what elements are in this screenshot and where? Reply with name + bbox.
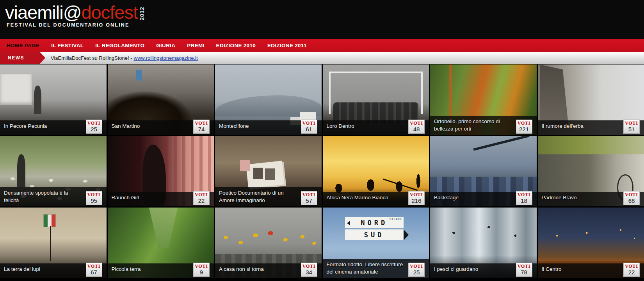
votes-badge: VOTI 68 bbox=[623, 191, 640, 205]
video-title: San Martino bbox=[112, 123, 140, 129]
votes-count: 34 bbox=[301, 269, 317, 276]
video-title: Montecilfone bbox=[219, 123, 249, 129]
news-text: ViaEmiliaDocFest su RollingStone! - bbox=[51, 55, 132, 61]
video-tile[interactable]: San Martino VOTI 74 bbox=[108, 64, 214, 135]
video-tile[interactable]: Backstage VOTI 18 bbox=[430, 136, 537, 206]
votes-badge-label: VOTI bbox=[301, 264, 317, 269]
votes-badge: VOTI 22 bbox=[193, 191, 210, 205]
video-tile[interactable]: Montecilfone VOTI 61 bbox=[215, 64, 322, 135]
page: viaemili@docfest 2012 FESTIVAL DEL DOCUM… bbox=[0, 0, 644, 281]
nav-item-il-regolamento[interactable]: IL REGOLAMENTO bbox=[89, 43, 150, 48]
votes-badge-label: VOTI bbox=[86, 264, 102, 269]
video-tile[interactable]: NORD MILANO SUD Formato ridotto. Libere … bbox=[323, 208, 429, 278]
votes-badge-label: VOTI bbox=[624, 264, 639, 269]
votes-badge: VOTI 61 bbox=[301, 120, 317, 134]
news-ribbon: NEWS bbox=[0, 52, 40, 64]
nav-item-giuria[interactable]: GIURIA bbox=[150, 43, 181, 48]
votes-badge-label: VOTI bbox=[301, 192, 317, 197]
site-header: viaemili@docfest 2012 FESTIVAL DEL DOCUM… bbox=[0, 0, 644, 39]
video-tile[interactable]: Il rumore dell'erba VOTI 51 bbox=[538, 64, 644, 135]
votes-badge: VOTI 216 bbox=[408, 191, 425, 205]
video-tile[interactable]: Ortobello. primo concorso di bellezza pe… bbox=[430, 64, 537, 135]
votes-count: 25 bbox=[86, 126, 102, 132]
votes-badge-label: VOTI bbox=[516, 192, 532, 197]
road-sign-sud: SUD bbox=[345, 229, 404, 240]
video-title: Ortobello. primo concorso di bellezza pe… bbox=[434, 118, 500, 132]
votes-badge-label: VOTI bbox=[194, 121, 209, 126]
votes-badge-label: VOTI bbox=[624, 121, 639, 126]
nav-item-edizione-2010[interactable]: EDIZIONE 2010 bbox=[210, 43, 262, 48]
votes-count: 57 bbox=[301, 197, 317, 204]
votes-count: 221 bbox=[516, 126, 532, 132]
votes-badge-label: VOTI bbox=[516, 264, 532, 269]
video-title: Il Centro bbox=[542, 266, 562, 272]
news-bar: NEWS ViaEmiliaDocFest su RollingStone! -… bbox=[0, 52, 644, 64]
video-tile[interactable]: Loro Dentro VOTI 48 bbox=[323, 64, 429, 135]
news-link[interactable]: www.rollingstonemagazine.it bbox=[134, 55, 198, 61]
votes-count: 78 bbox=[516, 269, 532, 276]
main-nav: HOME PAGE IL FESTIVAL IL REGOLAMENTO GIU… bbox=[0, 39, 644, 52]
video-title: Padrone Bravo bbox=[542, 195, 577, 200]
votes-badge-label: VOTI bbox=[194, 264, 209, 269]
nav-item-home-page[interactable]: HOME PAGE bbox=[1, 43, 45, 48]
nav-item-edizione-2011[interactable]: EDIZIONE 2011 bbox=[262, 43, 313, 48]
votes-badge: VOTI 48 bbox=[408, 120, 425, 134]
votes-badge-label: VOTI bbox=[86, 192, 102, 197]
votes-badge-label: VOTI bbox=[409, 192, 424, 197]
votes-count: 22 bbox=[624, 269, 639, 276]
video-tile[interactable]: Densamente spopolata è la felicità VOTI … bbox=[0, 136, 107, 206]
nav-item-premi[interactable]: PREMI bbox=[181, 43, 210, 48]
video-tile[interactable]: La terra dei lupi VOTI 67 bbox=[0, 208, 107, 278]
site-logo[interactable]: viaemili@docfest 2012 bbox=[5, 0, 644, 21]
votes-badge-label: VOTI bbox=[86, 121, 102, 126]
road-sign-nord: NORD MILANO bbox=[345, 217, 404, 228]
votes-badge: VOTI 67 bbox=[86, 263, 102, 277]
votes-count: 48 bbox=[409, 126, 424, 132]
votes-count: 18 bbox=[516, 197, 532, 204]
votes-badge-label: VOTI bbox=[516, 121, 532, 126]
votes-badge-label: VOTI bbox=[301, 121, 317, 126]
video-tile[interactable]: Raunch Girl VOTI 22 bbox=[108, 136, 214, 206]
votes-badge-label: VOTI bbox=[409, 121, 424, 126]
votes-count: 9 bbox=[194, 269, 209, 276]
votes-badge: VOTI 221 bbox=[516, 120, 532, 134]
video-title: Formato ridotto. Libere riscritture del … bbox=[327, 261, 403, 275]
nav-item-il-festival[interactable]: IL FESTIVAL bbox=[45, 43, 89, 48]
logo-part-viaemilia: viaemili@ bbox=[5, 2, 81, 23]
votes-count: 95 bbox=[86, 197, 102, 204]
video-title: Poetico Documentario di un Amore Immagin… bbox=[219, 190, 284, 203]
votes-badge: VOTI 25 bbox=[408, 263, 425, 277]
road-sign-milano: MILANO bbox=[390, 218, 402, 221]
video-tile[interactable]: Piccola terra VOTI 9 bbox=[108, 208, 214, 278]
votes-count: 74 bbox=[194, 126, 209, 132]
video-tile[interactable]: Il Centro VOTI 22 bbox=[538, 208, 644, 278]
video-title: Il rumore dell'erba bbox=[542, 123, 584, 129]
video-tile[interactable]: A casa non si torna VOTI 34 bbox=[215, 208, 322, 278]
video-title: Backstage bbox=[434, 195, 459, 200]
video-title: Africa Nera Marmo Bianco bbox=[327, 195, 388, 200]
video-tile[interactable]: Padrone Bravo VOTI 68 bbox=[538, 136, 644, 206]
video-title: Piccola terra bbox=[112, 266, 141, 272]
video-title: A casa non si torna bbox=[219, 266, 264, 272]
votes-count: 67 bbox=[86, 269, 102, 276]
video-title: Loro Dentro bbox=[327, 123, 354, 129]
road-sign: NORD MILANO SUD bbox=[345, 217, 404, 240]
votes-badge: VOTI 78 bbox=[516, 263, 532, 277]
video-tile[interactable]: Poetico Documentario di un Amore Immagin… bbox=[215, 136, 322, 206]
video-tile[interactable]: Africa Nera Marmo Bianco VOTI 216 bbox=[323, 136, 429, 206]
votes-count: 51 bbox=[624, 126, 639, 132]
votes-badge: VOTI 25 bbox=[86, 120, 102, 134]
video-title: I pesci ci guardano bbox=[434, 266, 478, 272]
logo-wordmark: viaemili@docfest bbox=[5, 3, 138, 21]
votes-count: 216 bbox=[409, 197, 424, 204]
votes-badge: VOTI 95 bbox=[86, 191, 102, 205]
votes-count: 68 bbox=[624, 197, 639, 204]
video-tile[interactable]: In Pecore Pecunia VOTI 25 bbox=[0, 64, 107, 135]
video-title: La terra dei lupi bbox=[4, 266, 40, 272]
votes-badge: VOTI 22 bbox=[623, 263, 640, 277]
votes-count: 61 bbox=[301, 126, 317, 132]
video-tile[interactable]: I pesci ci guardano VOTI 78 bbox=[430, 208, 537, 278]
votes-count: 25 bbox=[409, 269, 424, 276]
votes-badge: VOTI 18 bbox=[516, 191, 532, 205]
video-title: In Pecore Pecunia bbox=[4, 123, 47, 129]
